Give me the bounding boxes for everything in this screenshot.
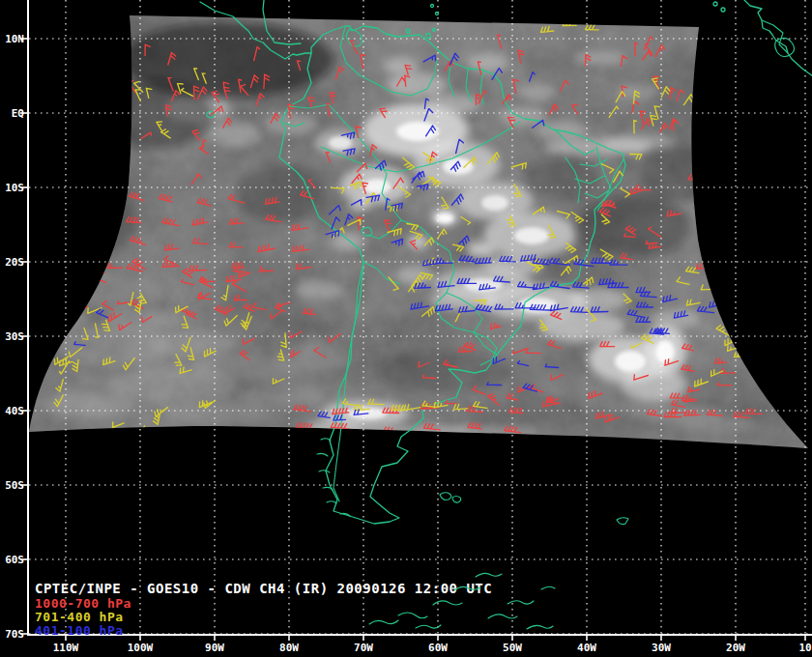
- lon-tick-label: 100W: [128, 642, 154, 654]
- lat-tick-label: 60S: [5, 554, 24, 566]
- cloud-blob: [150, 331, 237, 355]
- lat-tick-label: 30S: [5, 330, 24, 343]
- cloud-blob: [295, 280, 343, 300]
- cloud-blob: [575, 50, 624, 66]
- lon-tick-label: 30W: [652, 642, 671, 654]
- lon-tick-label: 50W: [503, 642, 522, 654]
- map-title: CPTEC/INPE - GOES10 - CDW CH4 (IR) 20090…: [35, 581, 492, 596]
- cloud-blob: [436, 214, 453, 223]
- lon-tick-label: 40W: [577, 642, 596, 654]
- cloud-blob: [161, 403, 274, 424]
- lon-tick-label: 110W: [53, 642, 79, 654]
- lat-tick-label: EQ: [12, 107, 25, 120]
- cloud-blob: [514, 227, 549, 244]
- lat-tick-label: 70S: [5, 628, 24, 641]
- cloud-blob: [532, 372, 628, 401]
- cloud-blob: [387, 72, 449, 98]
- lat-tick-label: 10S: [5, 182, 24, 194]
- cloud-blob: [208, 122, 262, 147]
- lat-tick-label: 40S: [5, 405, 24, 417]
- lon-tick-label: 10: [798, 642, 811, 654]
- legend-item-mid: 701-400 hPa: [35, 610, 124, 624]
- cloud-blob: [237, 386, 324, 406]
- cloud-blob: [652, 309, 701, 328]
- cloud-blob: [425, 94, 479, 115]
- legend-item-high: 401-100 hPa: [35, 623, 124, 638]
- cloud-blob: [575, 196, 691, 258]
- lon-tick-label: 90W: [205, 642, 224, 654]
- cloud-blob: [184, 242, 300, 290]
- cloud-blob: [615, 351, 646, 372]
- satellite-wind-map: 10NEQ10S20S30S40S50S60S70S110W100W90W80W…: [0, 0, 812, 657]
- cloud-blob: [329, 136, 352, 150]
- cloud-blob: [104, 308, 182, 329]
- lon-tick-label: 80W: [279, 642, 299, 654]
- lon-tick-label: 20W: [726, 642, 745, 654]
- lon-tick-label: 70W: [354, 642, 373, 654]
- legend-item-low: 1000-700 hPa: [35, 596, 131, 611]
- cloud-blob: [363, 179, 391, 194]
- lon-tick-label: 60W: [428, 642, 448, 654]
- cloud-blob: [517, 83, 556, 100]
- cloud-blob: [677, 417, 754, 433]
- lat-tick-label: 10N: [5, 33, 24, 45]
- cloud-blob: [237, 164, 324, 222]
- lat-tick-label: 20S: [5, 256, 24, 269]
- cloud-blob: [377, 351, 512, 393]
- lat-tick-label: 50S: [5, 479, 24, 492]
- cloud-blob: [384, 57, 419, 74]
- cloud-blob: [621, 367, 686, 402]
- cloud-blob: [481, 195, 508, 211]
- cloud-blob: [467, 242, 496, 257]
